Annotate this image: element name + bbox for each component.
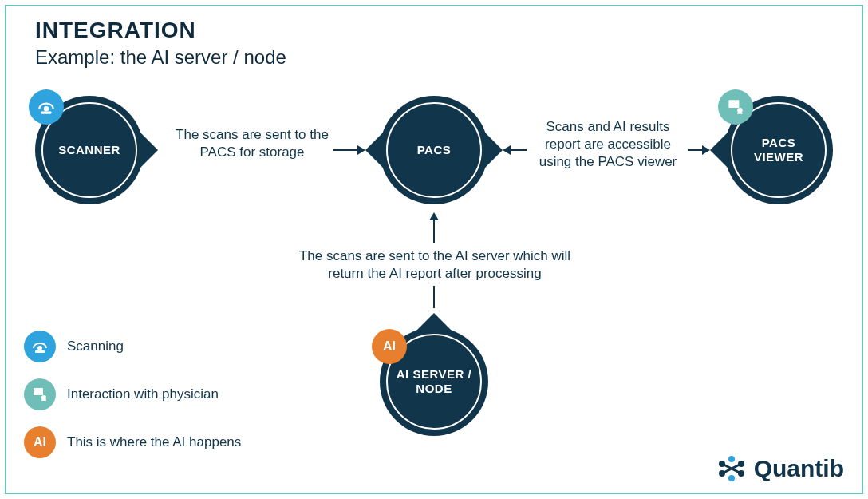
arrow-line <box>433 286 435 308</box>
svg-rect-6 <box>34 388 43 395</box>
node-pacs-viewer: PACS VIEWER <box>724 96 833 204</box>
viewer-icon <box>718 89 753 125</box>
svg-point-4 <box>37 346 42 350</box>
logo-icon <box>716 453 748 485</box>
legend-label: This is where the AI happens <box>67 434 241 450</box>
legend-item-scanning: Scanning <box>24 331 124 362</box>
svg-rect-5 <box>35 350 45 353</box>
arrow-head <box>357 145 365 155</box>
scanner-icon <box>29 89 64 125</box>
ai-badge-icon: AI <box>24 426 56 458</box>
node-label: AI SERVER / NODE <box>388 367 480 396</box>
edge-pacs-ai: The scans are sent to the AI server whic… <box>287 248 582 283</box>
scanner-glyph <box>30 337 49 356</box>
viewer-glyph <box>30 385 49 404</box>
scanner-glyph <box>36 97 57 117</box>
legend-label: Interaction with physician <box>67 386 219 402</box>
viewer-icon <box>24 378 56 410</box>
svg-rect-1 <box>41 111 52 113</box>
arrow-line <box>511 149 527 151</box>
edge-scanner-pacs: The scans are sent to the PACS for stora… <box>172 126 332 161</box>
node-label: SCANNER <box>52 143 127 157</box>
arrow-head <box>503 145 511 155</box>
ai-badge-icon: AI <box>372 329 407 364</box>
node-ai-server: AI SERVER / NODE AI <box>380 327 488 436</box>
node-scanner: SCANNER <box>35 96 144 204</box>
brand-logo: Quantib <box>716 453 844 485</box>
brand-name: Quantib <box>754 455 844 482</box>
node-label: PACS <box>411 143 458 157</box>
arrow-head <box>429 212 439 220</box>
svg-rect-2 <box>728 100 739 108</box>
viewer-glyph <box>725 97 746 117</box>
ai-badge-label: AI <box>383 339 396 354</box>
edge-pacs-viewer: Scans and AI results report are accessib… <box>528 118 688 171</box>
ai-badge-label: AI <box>34 435 46 449</box>
arrow-line <box>688 149 702 151</box>
legend-item-ai: AI This is where the AI happens <box>24 426 241 458</box>
legend-item-physician: Interaction with physician <box>24 378 219 410</box>
arrow-head <box>702 145 710 155</box>
page-subtitle: Example: the AI server / node <box>35 46 286 69</box>
legend-label: Scanning <box>67 339 124 354</box>
arrow-line <box>333 149 357 151</box>
svg-point-0 <box>44 106 49 112</box>
node-pacs: PACS <box>380 96 488 204</box>
node-inner: PACS <box>386 102 482 198</box>
svg-point-9 <box>728 475 735 481</box>
node-label: PACS VIEWER <box>732 136 825 164</box>
arrow-line <box>433 220 435 243</box>
scanner-icon <box>24 331 56 362</box>
svg-point-8 <box>728 456 735 462</box>
page-title: INTEGRATION <box>35 18 196 43</box>
